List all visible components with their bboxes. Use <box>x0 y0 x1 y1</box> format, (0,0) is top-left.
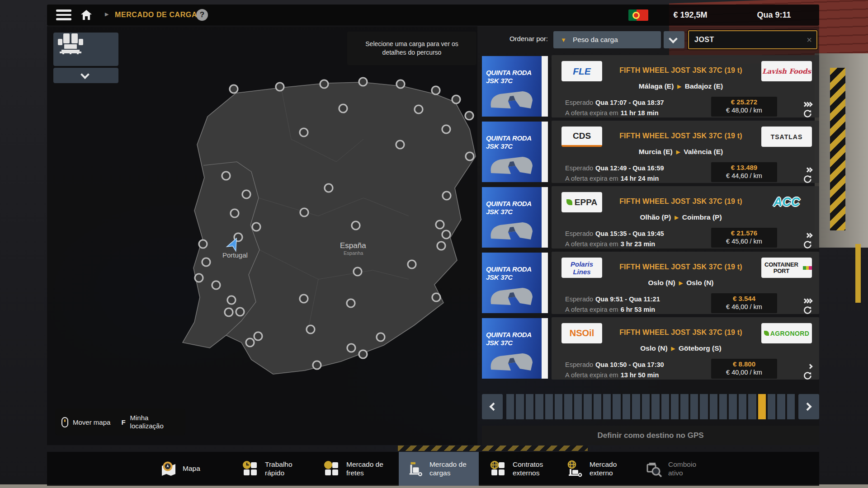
city-marker[interactable] <box>377 333 385 341</box>
city-marker[interactable] <box>432 293 440 301</box>
page-tick[interactable] <box>545 394 553 419</box>
city-marker[interactable] <box>231 209 239 217</box>
city-marker[interactable] <box>436 221 444 229</box>
city-marker[interactable] <box>300 128 308 136</box>
next-page-button[interactable] <box>798 394 819 419</box>
city-marker[interactable] <box>339 104 347 113</box>
page-tick[interactable] <box>787 394 795 419</box>
cargo-card[interactable]: QUINTA RODA JSK 37C CDS FIFTH WHEEL JOST… <box>482 121 819 183</box>
collapse-filter-button[interactable] <box>53 68 118 83</box>
city-marker[interactable] <box>466 152 474 160</box>
page-tick[interactable] <box>710 394 717 419</box>
page-tick-active[interactable] <box>758 394 766 419</box>
city-marker[interactable] <box>236 308 244 316</box>
city-marker[interactable] <box>325 184 333 192</box>
city-marker[interactable] <box>300 208 308 216</box>
city-marker[interactable] <box>202 258 210 266</box>
page-tick[interactable] <box>574 394 582 419</box>
page-tick[interactable] <box>623 394 630 419</box>
city-marker[interactable] <box>415 105 423 113</box>
city-marker[interactable] <box>320 80 328 88</box>
page-tick[interactable] <box>700 394 708 419</box>
sort-dropdown[interactable]: ▼ Peso da carga <box>553 31 661 48</box>
city-marker[interactable] <box>437 242 445 250</box>
city-marker[interactable] <box>212 281 220 289</box>
city-marker[interactable] <box>359 350 367 358</box>
home-icon[interactable] <box>80 8 93 22</box>
page-tick[interactable] <box>506 394 514 419</box>
cargo-type-filter-button[interactable] <box>53 33 118 66</box>
city-marker[interactable] <box>432 86 440 94</box>
city-marker[interactable] <box>195 274 203 282</box>
cargo-card[interactable]: QUINTA RODA JSK 37C Polaris Lines FIFTH … <box>482 252 819 314</box>
page-tick[interactable] <box>555 394 562 419</box>
city-marker[interactable] <box>354 267 362 276</box>
city-marker[interactable] <box>230 85 238 93</box>
city-marker[interactable] <box>307 325 315 333</box>
prev-page-button[interactable] <box>482 394 503 419</box>
page-tick[interactable] <box>535 394 543 419</box>
page-tick[interactable] <box>729 394 736 419</box>
city-marker[interactable] <box>227 296 236 304</box>
page-tick[interactable] <box>690 394 698 419</box>
page-tick[interactable] <box>584 394 591 419</box>
page-tick[interactable] <box>777 394 785 419</box>
page-tick[interactable] <box>613 394 620 419</box>
city-marker[interactable] <box>347 344 355 352</box>
nav-cargo-market[interactable]: Mercado de cargas <box>399 452 479 486</box>
cargo-card[interactable]: QUINTA RODA JSK 37C FLE FIFTH WHEEL JOST… <box>482 55 819 117</box>
city-marker[interactable] <box>246 338 254 347</box>
city-marker[interactable] <box>443 192 451 200</box>
page-tick[interactable] <box>671 394 679 419</box>
city-marker[interactable] <box>352 221 360 230</box>
city-marker[interactable] <box>442 230 450 239</box>
city-marker[interactable] <box>254 332 262 340</box>
page-tick[interactable] <box>594 394 601 419</box>
page-tick[interactable] <box>661 394 669 419</box>
page-tick[interactable] <box>564 394 572 419</box>
menu-icon[interactable] <box>56 9 71 21</box>
city-marker[interactable] <box>242 190 250 198</box>
city-marker[interactable] <box>347 299 355 307</box>
city-marker[interactable] <box>452 95 460 103</box>
page-tick[interactable] <box>642 394 650 419</box>
sort-direction-button[interactable] <box>664 31 684 48</box>
city-marker[interactable] <box>300 295 308 303</box>
city-marker[interactable] <box>199 240 207 248</box>
city-marker[interactable] <box>396 80 405 88</box>
page-tick[interactable] <box>526 394 533 419</box>
page-tick[interactable] <box>719 394 727 419</box>
page-tick[interactable] <box>603 394 611 419</box>
nav-freight-market[interactable]: Mercado de fretes <box>323 452 390 486</box>
city-marker[interactable] <box>408 260 416 268</box>
city-marker[interactable] <box>396 141 404 149</box>
help-icon[interactable]: ? <box>196 9 208 21</box>
page-tick[interactable] <box>739 394 746 419</box>
nav-quick-job[interactable]: Trabalho rápido <box>241 452 308 486</box>
page-tick[interactable] <box>680 394 688 419</box>
page-tick[interactable] <box>768 394 775 419</box>
city-marker[interactable] <box>225 308 233 316</box>
cargo-card[interactable]: QUINTA RODA JSK 37C EPPA FIFTH WHEEL JOS… <box>482 186 819 249</box>
city-marker[interactable] <box>276 83 284 91</box>
route-map[interactable]: España Espanha Portugal Selecione uma ca… <box>47 26 477 445</box>
page-tick[interactable] <box>748 394 756 419</box>
globe-grid-icon <box>489 460 507 478</box>
city-marker[interactable] <box>442 125 450 133</box>
city-marker[interactable] <box>222 172 230 180</box>
cargo-card[interactable]: QUINTA RODA JSK 37C NSOil FIFTH WHEEL JO… <box>482 317 819 380</box>
clear-search-icon[interactable]: × <box>802 35 816 45</box>
page-tick[interactable] <box>516 394 524 419</box>
nav-external-market[interactable]: Mercado externo <box>566 452 633 486</box>
city-marker[interactable] <box>313 361 321 369</box>
nav-map[interactable]: Mapa <box>159 452 226 486</box>
search-input[interactable] <box>689 36 802 44</box>
city-marker[interactable] <box>252 223 260 231</box>
city-marker[interactable] <box>465 112 473 120</box>
page-tick[interactable] <box>651 394 659 419</box>
nav-external-contracts[interactable]: Contratos externos <box>489 452 556 486</box>
set-gps-destination-button[interactable]: Definir como destino no GPS <box>482 426 819 445</box>
page-tick[interactable] <box>632 394 640 419</box>
nav-active-convoy[interactable]: Comboio ativo <box>645 452 712 486</box>
city-marker[interactable] <box>359 78 367 86</box>
